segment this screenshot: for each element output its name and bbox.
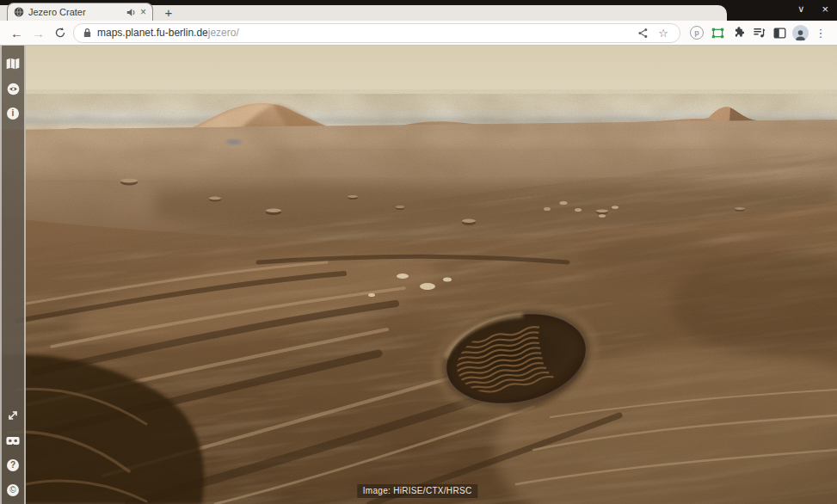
extension-p-icon[interactable]: p <box>687 23 706 42</box>
browser-menu-icon[interactable]: ⋮ <box>811 23 830 42</box>
tab-favicon-globe-icon <box>14 7 24 17</box>
fullscreen-button[interactable] <box>6 409 20 422</box>
help-button[interactable]: ? <box>6 458 20 472</box>
avatar-person-icon <box>792 25 809 41</box>
url-path: jezero/ <box>208 27 239 39</box>
info-button[interactable]: i <box>6 107 20 120</box>
reload-icon <box>54 27 66 39</box>
share-icon[interactable] <box>635 28 650 39</box>
screenshot-frame-icon[interactable] <box>708 23 727 42</box>
media-queue-icon[interactable] <box>749 23 768 42</box>
map-viewport: i ? © Im <box>0 46 837 504</box>
window-controls: ∨ × <box>797 0 828 17</box>
browser-tab[interactable]: Jezero Crater × <box>7 3 153 21</box>
new-tab-button[interactable]: + <box>160 4 177 20</box>
back-button[interactable]: ← <box>7 23 27 43</box>
url-text: maps.planet.fu-berlin.dejezero/ <box>97 27 239 39</box>
expand-icon <box>7 409 19 421</box>
tab-close-icon[interactable]: × <box>140 7 146 17</box>
sidebar-top-group: i <box>6 57 20 120</box>
sidebar-bottom-group: ? © <box>6 409 20 497</box>
image-attribution: Image: HiRISE/CTX/HRSC <box>357 484 478 498</box>
lock-icon <box>83 28 92 38</box>
view-settings-button[interactable] <box>6 82 20 95</box>
reload-button[interactable] <box>50 23 70 43</box>
tab-title: Jezero Crater <box>28 7 122 17</box>
url-host: maps.planet.fu-berlin.de <box>97 27 208 39</box>
copyright-button[interactable]: © <box>6 483 20 497</box>
viewer-sidebar: i ? © <box>0 46 26 504</box>
extensions-puzzle-icon[interactable] <box>729 23 748 42</box>
map-icon <box>6 58 20 70</box>
help-icon: ? <box>7 459 19 471</box>
map-layers-button[interactable] <box>6 57 20 71</box>
address-bar[interactable]: maps.planet.fu-berlin.dejezero/ ☆ <box>73 23 680 43</box>
forward-button[interactable]: → <box>28 23 48 43</box>
info-icon: i <box>7 108 19 120</box>
tab-audio-icon[interactable] <box>126 8 136 17</box>
vr-goggles-icon <box>6 436 20 446</box>
browser-toolbar: ← → maps.planet.fu-berlin.dejezero/ ☆ p <box>0 21 837 46</box>
window-minimize-icon[interactable]: ∨ <box>797 4 804 14</box>
copyright-icon: © <box>7 484 19 496</box>
bookmark-star-icon[interactable]: ☆ <box>655 28 671 39</box>
profile-avatar[interactable] <box>791 23 809 42</box>
mars-terrain-canvas[interactable] <box>0 46 837 504</box>
side-panel-icon[interactable] <box>770 23 789 42</box>
vr-mode-button[interactable] <box>6 433 20 447</box>
window-titlebar: Jezero Crater × + ∨ × <box>0 0 837 21</box>
window-close-icon[interactable]: × <box>822 3 828 15</box>
eye-icon <box>7 83 20 95</box>
